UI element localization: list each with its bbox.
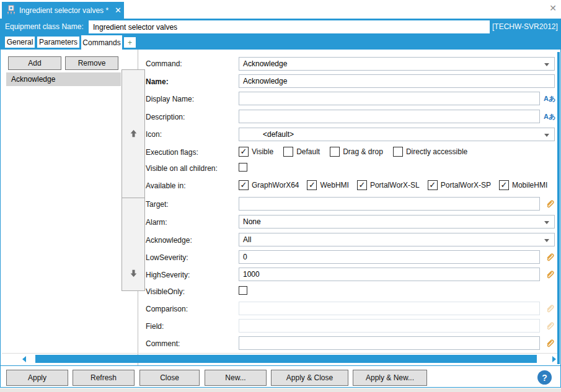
command-dropdown[interactable]: Acknowledge xyxy=(239,57,555,71)
alarm-dropdown-value: None xyxy=(243,217,261,226)
checkbox-label: MobileHMI xyxy=(512,181,547,189)
name-input[interactable] xyxy=(239,74,555,88)
remove-button[interactable]: Remove xyxy=(65,56,118,70)
visible-on-all-children-checkbox[interactable] xyxy=(239,163,247,172)
checkbox-label: Drag & drop xyxy=(343,147,383,156)
field-label: Field: xyxy=(146,322,164,331)
refresh-button[interactable]: Refresh xyxy=(73,370,135,386)
available-in-group: ✓GraphWorX64 ✓WebHMI ✓PortalWorX-SL ✓Por… xyxy=(239,180,547,190)
reorder-strip xyxy=(121,69,145,291)
execution-flags-label: Execution flags: xyxy=(146,148,198,157)
tab-general[interactable]: General xyxy=(5,37,35,48)
portalworx-sp-checkbox[interactable]: ✓ xyxy=(428,180,438,190)
checkbox-label: PortalWorX-SL xyxy=(370,181,420,189)
low-severity-input[interactable] xyxy=(239,250,540,264)
equipment-class-icon xyxy=(7,5,15,16)
paperclip-icon xyxy=(544,320,555,331)
alarm-dropdown[interactable]: None xyxy=(239,215,555,229)
icon-dropdown[interactable]: <default> xyxy=(239,128,555,141)
horizontal-scrollbar-thumb[interactable] xyxy=(35,355,537,363)
webhmi-checkbox[interactable]: ✓ xyxy=(307,180,317,190)
hscrollbar-track-border xyxy=(2,353,557,354)
display-name-label: Display Name: xyxy=(146,95,194,103)
footer-divider xyxy=(0,365,561,366)
portalworx-sl-checkbox[interactable]: ✓ xyxy=(357,180,367,190)
move-down-icon[interactable] xyxy=(122,267,144,279)
move-up-icon[interactable] xyxy=(122,127,144,139)
server-badge: [TECHW-SVR2012] xyxy=(492,22,558,31)
tab-commands[interactable]: Commands xyxy=(81,35,122,50)
chevron-down-icon xyxy=(544,239,549,242)
checkbox-label: WebHMI xyxy=(320,181,348,189)
apply-and-close-button[interactable]: Apply & Close xyxy=(271,370,348,386)
document-tab[interactable]: Ingredient selector valves * ✕ xyxy=(2,2,124,19)
tab-parameters[interactable]: Parameters xyxy=(37,37,79,48)
localize-icon[interactable]: Aあ xyxy=(544,112,555,121)
target-label: Target: xyxy=(146,200,169,209)
document-tab-close-icon[interactable]: ✕ xyxy=(115,6,121,15)
document-tab-title: Ingredient selector valves * xyxy=(19,6,108,15)
paperclip-icon[interactable] xyxy=(544,198,555,209)
name-label: Name: xyxy=(146,77,169,86)
default-checkbox[interactable] xyxy=(283,147,293,157)
visible-only-label: VisibleOnly: xyxy=(146,287,185,296)
execution-flags-group: ✓Visible Default Drag & drop Directly ac… xyxy=(239,147,467,157)
graphworx64-checkbox[interactable]: ✓ xyxy=(239,180,249,190)
paperclip-icon[interactable] xyxy=(544,269,555,279)
comparison-label: Comparison: xyxy=(146,305,188,313)
display-name-input[interactable] xyxy=(239,92,540,105)
hscroll-left-arrow-icon[interactable] xyxy=(22,356,26,362)
commands-list: Acknowledge xyxy=(6,72,121,291)
acknowledge-dropdown[interactable]: All xyxy=(239,233,555,246)
checkbox-label: PortalWorX-SP xyxy=(441,181,491,189)
chevron-down-icon xyxy=(544,63,549,66)
list-item[interactable]: Acknowledge xyxy=(6,72,121,86)
apply-and-new-button[interactable]: Apply & New... xyxy=(353,370,427,386)
visible-only-checkbox[interactable] xyxy=(239,286,247,295)
comment-label: Comment: xyxy=(146,339,180,348)
new-button[interactable]: New... xyxy=(205,370,267,386)
equipment-class-name-input[interactable] xyxy=(89,20,490,33)
target-input[interactable] xyxy=(239,197,540,211)
mobilehmi-checkbox[interactable]: ✓ xyxy=(499,180,509,190)
comment-input[interactable] xyxy=(239,336,540,350)
field-input xyxy=(239,319,540,333)
paperclip-icon[interactable] xyxy=(544,338,555,348)
chevron-down-icon xyxy=(544,134,549,137)
acknowledge-dropdown-value: All xyxy=(243,235,251,244)
reorder-strip-divider xyxy=(121,198,145,198)
checkbox-label: Visible xyxy=(252,147,273,156)
equipment-class-editor-window: Ingredient selector valves * ✕ ✕ Equipme… xyxy=(0,0,561,392)
alarm-label: Alarm: xyxy=(146,218,167,227)
description-input[interactable] xyxy=(239,110,540,123)
apply-button[interactable]: Apply xyxy=(6,370,68,386)
vertical-scrollbar-thumb[interactable] xyxy=(557,52,560,364)
add-button[interactable]: Add xyxy=(8,56,61,70)
help-icon[interactable]: ? xyxy=(537,370,552,385)
high-severity-label: HighSeverity: xyxy=(146,271,190,279)
command-dropdown-value: Acknowledge xyxy=(243,59,287,68)
visible-on-all-children-label: Visible on all children: xyxy=(146,164,218,173)
close-button[interactable]: Close xyxy=(139,370,200,386)
tab-add-new-icon[interactable]: + xyxy=(124,37,136,48)
paperclip-icon[interactable] xyxy=(544,251,555,262)
hscroll-right-arrow-icon[interactable] xyxy=(552,356,556,362)
description-label: Description: xyxy=(146,113,185,121)
window-close-icon[interactable]: ✕ xyxy=(549,4,557,12)
paperclip-icon xyxy=(544,303,555,313)
checkbox-label: Directly accessible xyxy=(406,147,467,156)
icon-label: Icon: xyxy=(146,130,162,139)
acknowledge-label: Acknowledge: xyxy=(146,236,192,245)
chevron-down-icon xyxy=(544,221,549,224)
drag-drop-checkbox[interactable] xyxy=(330,147,340,157)
window-bottom-edge xyxy=(0,388,561,392)
high-severity-input[interactable] xyxy=(239,268,540,281)
equipment-class-name-label: Equipment class Name: xyxy=(5,22,84,31)
icon-dropdown-value: <default> xyxy=(263,130,294,139)
command-label: Command: xyxy=(146,59,182,68)
available-in-label: Available in: xyxy=(146,181,186,190)
comparison-input xyxy=(239,302,540,315)
visible-checkbox[interactable]: ✓ xyxy=(239,147,249,157)
directly-accessible-checkbox[interactable] xyxy=(393,147,403,157)
localize-icon[interactable]: Aあ xyxy=(544,94,555,103)
